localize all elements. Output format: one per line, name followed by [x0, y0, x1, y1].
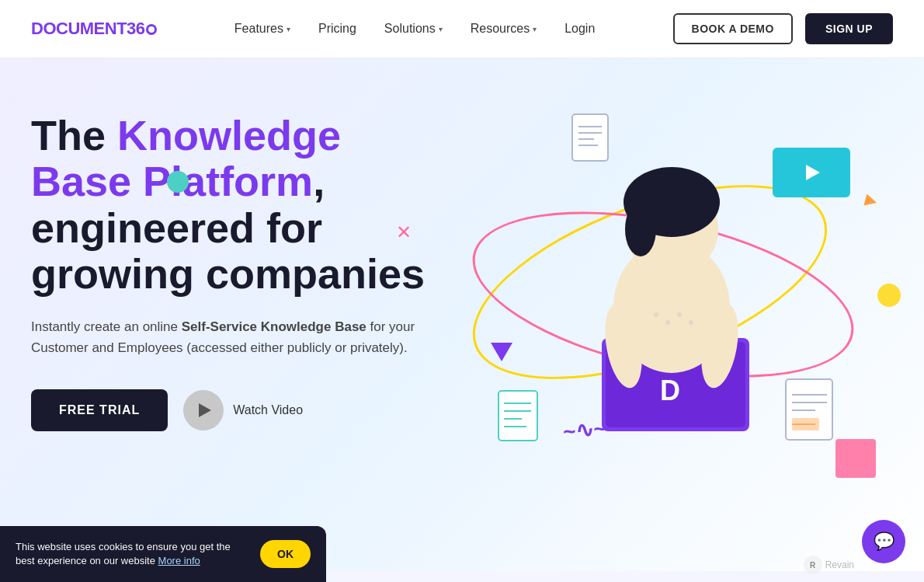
navbar: DOCUMENT36 Features ▾ Pricing Solutions …: [0, 0, 924, 58]
video-play-icon: [806, 165, 820, 180]
hero-desc-bold: Self-Service Knowledge Base: [182, 319, 366, 334]
play-triangle-icon: [199, 403, 211, 417]
hero-title-prefix: The: [31, 112, 117, 159]
triangle-decoration: [491, 343, 512, 361]
nav-solutions[interactable]: Solutions ▾: [384, 22, 443, 36]
cookie-banner: This website uses cookies to ensure you …: [0, 526, 326, 582]
nav-actions: BOOK A DEMO SIGN UP: [673, 13, 893, 44]
cookie-more-info-link[interactable]: More info: [158, 555, 200, 566]
sign-up-button[interactable]: SIGN UP: [805, 13, 893, 44]
cookie-ok-button[interactable]: OK: [260, 540, 311, 568]
chevron-down-icon: ▾: [533, 25, 537, 33]
hero-section: ✕ The Knowledge Base Platform, engineere…: [0, 58, 924, 571]
hero-buttons: FREE TRIAL Watch Video: [31, 389, 450, 431]
revain-label: Revain: [825, 559, 854, 570]
book-demo-button[interactable]: BOOK A DEMO: [673, 13, 793, 44]
hero-title: The Knowledge Base Platform, engineered …: [31, 113, 450, 298]
nav-pricing[interactable]: Pricing: [318, 22, 356, 36]
float-doc-bottom-right: [784, 378, 839, 447]
svg-text:D: D: [660, 375, 680, 406]
nav-links: Features ▾ Pricing Solutions ▾ Resources…: [234, 22, 596, 36]
free-trial-button[interactable]: FREE TRIAL: [31, 389, 168, 431]
svg-rect-25: [498, 391, 537, 441]
logo[interactable]: DOCUMENT36: [31, 19, 157, 39]
hero-illustration-area: ▶ D: [450, 89, 893, 517]
float-doc-bottom-left: [497, 389, 542, 447]
chevron-down-icon: ▾: [439, 25, 443, 33]
logo-circle-icon: [146, 24, 157, 35]
watch-video-label: Watch Video: [233, 403, 303, 417]
hero-desc-prefix: Instantly create an online: [31, 319, 182, 334]
play-circle-icon: [183, 390, 224, 430]
svg-point-11: [677, 312, 682, 317]
pink-x-decoration: ✕: [396, 221, 412, 243]
svg-point-9: [654, 312, 658, 317]
logo-highlight: 36: [127, 19, 144, 38]
hero-left: The Knowledge Base Platform, engineered …: [31, 105, 450, 431]
logo-name: DOCUMENT: [31, 19, 127, 38]
nav-login[interactable]: Login: [564, 22, 595, 36]
chat-support-button[interactable]: 💬: [862, 520, 905, 563]
revain-watermark: R Revain: [804, 556, 854, 574]
nav-features[interactable]: Features ▾: [234, 22, 290, 36]
arrow-decoration: ▶: [863, 189, 880, 210]
pink-square-decoration: [835, 439, 876, 478]
teal-circle-decoration: [167, 171, 189, 193]
chevron-down-icon: ▾: [287, 25, 290, 33]
revain-icon: R: [804, 556, 822, 574]
yellow-circle-accent: [877, 284, 901, 307]
svg-point-15: [625, 202, 656, 256]
chat-icon: 💬: [874, 531, 894, 552]
watch-video-button[interactable]: Watch Video: [183, 390, 303, 430]
cookie-text: This website uses cookies to ensure you …: [16, 540, 251, 568]
svg-rect-16: [660, 267, 683, 288]
svg-point-10: [665, 320, 670, 325]
svg-point-12: [689, 320, 693, 325]
squiggle-decoration: ~∿~: [562, 416, 607, 445]
nav-resources[interactable]: Resources ▾: [471, 22, 537, 36]
hero-description: Instantly create an online Self-Service …: [31, 316, 419, 358]
